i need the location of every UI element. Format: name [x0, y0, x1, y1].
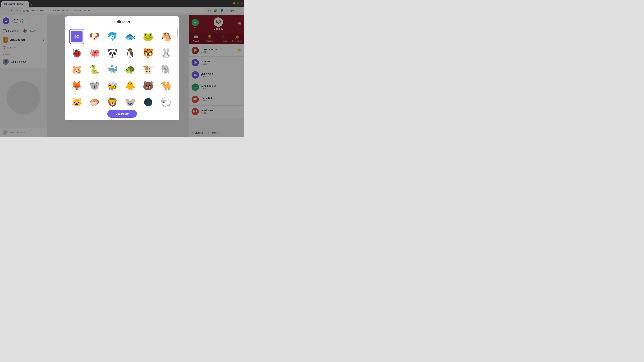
icon-cell-blowfish[interactable]: 🐡 [87, 95, 102, 107]
icon-cell-bear[interactable]: 🐻 [141, 78, 156, 93]
icon-cell-turtle[interactable]: 🐢 [123, 62, 138, 77]
icon-cell-chick[interactable]: 🐥 [123, 78, 138, 93]
modal-header: ← Edit Icon [65, 16, 179, 26]
edit-icon-modal: ← Edit Icon JC 🐶 🐬 🐟 🐸 🐴 🐞 🐙 🐼 🐧 🐯 🐰 [65, 16, 179, 120]
modal-footer: Use Photo [65, 107, 179, 120]
modal-scrollbar-thumb[interactable] [177, 29, 178, 37]
jc-initials-icon: JC [71, 31, 82, 42]
icon-cell-ladybug[interactable]: 🐞 [69, 45, 84, 60]
modal-scrollbar-track [177, 26, 178, 110]
icon-cell-frog[interactable]: 🐸 [141, 29, 156, 44]
icon-cell-koala[interactable]: 🐨 [87, 78, 102, 93]
icon-cell-panda[interactable]: 🐼 [105, 45, 120, 60]
icon-cell-hamster[interactable]: 🐹 [69, 62, 84, 77]
icon-cell-mouse[interactable]: 🐭 [123, 95, 138, 107]
icon-cell-lion[interactable]: 🦁 [105, 95, 120, 107]
icon-cell-dog[interactable]: 🐶 [87, 29, 102, 44]
icon-grid: JC 🐶 🐬 🐟 🐸 🐴 🐞 🐙 🐼 🐧 🐯 🐰 🐹 🐍 🐳 🐢 🐮 🐘 [69, 29, 175, 107]
icon-grid-container: JC 🐶 🐬 🐟 🐸 🐴 🐞 🐙 🐼 🐧 🐯 🐰 🐹 🐍 🐳 🐢 🐮 🐘 [65, 26, 179, 107]
icon-cell-cat[interactable]: 🐱 [69, 95, 84, 107]
icon-cell-snake[interactable]: 🐍 [87, 62, 102, 77]
modal-title: Edit Icon [76, 20, 169, 24]
icon-cell-rabbit[interactable]: 🐰 [158, 45, 174, 60]
icon-cell-penguin[interactable]: 🐧 [123, 45, 138, 60]
icon-cell-dolphin[interactable]: 🐬 [105, 29, 120, 44]
icon-cell-jc[interactable]: JC [69, 29, 84, 44]
icon-cell-tiger[interactable]: 🐯 [141, 45, 156, 60]
modal-back-btn[interactable]: ← [69, 20, 73, 24]
icon-cell-moon[interactable]: 🌑 [141, 95, 156, 107]
icon-cell-whale[interactable]: 🐳 [105, 62, 120, 77]
icon-cell-horse[interactable]: 🐴 [158, 29, 174, 44]
icon-cell-camel[interactable]: 🐪 [158, 78, 174, 93]
modal-overlay[interactable]: ← Edit Icon JC 🐶 🐬 🐟 🐸 🐴 🐞 🐙 🐼 🐧 🐯 🐰 [0, 0, 244, 137]
icon-cell-octopus[interactable]: 🐙 [87, 45, 102, 60]
icon-cell-fish[interactable]: 🐟 [123, 29, 138, 44]
icon-cell-sheep[interactable]: 🐑 [158, 95, 174, 107]
use-photo-btn[interactable]: Use Photo [107, 110, 137, 118]
icon-cell-bee[interactable]: 🐝 [105, 78, 120, 93]
icon-cell-fox[interactable]: 🦊 [69, 78, 84, 93]
icon-cell-elephant[interactable]: 🐘 [158, 62, 174, 77]
icon-cell-cow[interactable]: 🐮 [141, 62, 156, 77]
